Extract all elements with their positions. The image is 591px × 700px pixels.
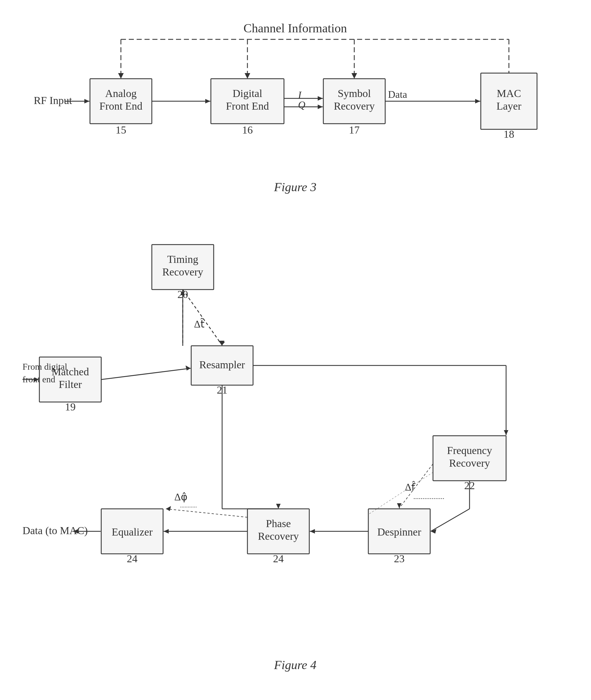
- svg-text:18: 18: [504, 128, 514, 140]
- svg-text:Data: Data: [388, 89, 407, 100]
- svg-text:Equalizer: Equalizer: [112, 526, 153, 538]
- svg-marker-88: [310, 529, 315, 534]
- svg-text:Recovery: Recovery: [334, 100, 375, 112]
- svg-text:23: 23: [394, 553, 405, 564]
- svg-marker-86: [163, 529, 169, 534]
- svg-text:24: 24: [127, 553, 137, 564]
- svg-text:19: 19: [65, 401, 76, 413]
- svg-text:24: 24: [273, 553, 284, 564]
- svg-marker-8: [118, 73, 124, 79]
- svg-text:I: I: [298, 89, 302, 100]
- svg-text:16: 16: [242, 124, 253, 136]
- svg-text:Resampler: Resampler: [199, 359, 245, 370]
- svg-text:Frequency: Frequency: [447, 444, 492, 456]
- svg-line-69: [101, 368, 191, 379]
- svg-text:Δt̂: Δt̂: [194, 318, 204, 330]
- svg-text:Recovery: Recovery: [449, 457, 490, 469]
- svg-marker-96: [166, 506, 171, 511]
- svg-text:Analog: Analog: [105, 87, 137, 99]
- svg-text:Δf̂: Δf̂: [405, 481, 415, 493]
- figure3-diagram: Channel Information Analog Front End 15 …: [17, 17, 574, 214]
- svg-text:Recovery: Recovery: [162, 266, 203, 278]
- svg-text:From digital: From digital: [22, 361, 67, 372]
- svg-line-90: [431, 509, 469, 531]
- svg-text:Recovery: Recovery: [258, 530, 299, 542]
- svg-marker-80: [504, 430, 508, 435]
- svg-marker-29: [205, 99, 210, 103]
- svg-marker-70: [186, 365, 191, 370]
- svg-text:Figure 4: Figure 4: [274, 658, 316, 672]
- svg-text:Phase: Phase: [266, 517, 291, 530]
- svg-text:Despinner: Despinner: [377, 526, 421, 538]
- svg-text:Figure 3: Figure 3: [274, 180, 316, 194]
- svg-marker-100: [276, 504, 281, 509]
- svg-text:Front End: Front End: [99, 100, 142, 112]
- svg-text:Symbol: Symbol: [338, 87, 371, 99]
- svg-text:MAC: MAC: [497, 87, 521, 99]
- svg-text:Δφ̂: Δφ̂: [174, 491, 188, 503]
- svg-marker-33: [318, 96, 323, 100]
- svg-marker-5: [351, 73, 357, 79]
- svg-marker-27: [84, 99, 89, 103]
- svg-line-95: [166, 509, 247, 517]
- svg-marker-38: [475, 99, 480, 103]
- svg-marker-3: [245, 73, 250, 79]
- svg-text:Q: Q: [298, 99, 305, 111]
- channel-info-label: Channel Information: [244, 21, 347, 35]
- page: Channel Information Analog Front End 15 …: [0, 0, 591, 700]
- svg-text:17: 17: [349, 124, 359, 136]
- svg-text:.................: .................: [413, 493, 445, 501]
- svg-text:Front End: Front End: [226, 100, 269, 112]
- svg-text:Layer: Layer: [497, 100, 522, 112]
- svg-text:...........: ...........: [180, 502, 197, 509]
- svg-text:15: 15: [116, 124, 126, 136]
- svg-line-75: [183, 290, 222, 345]
- svg-marker-35: [318, 104, 323, 109]
- svg-text:Timing: Timing: [167, 253, 198, 265]
- svg-text:Filter: Filter: [59, 378, 82, 390]
- svg-line-81: [399, 464, 433, 508]
- svg-text:Digital: Digital: [233, 87, 262, 99]
- svg-text:RF Input: RF Input: [34, 94, 72, 106]
- figure4-diagram: Timing Recovery 20 Matched Filter 19 Res…: [17, 211, 574, 683]
